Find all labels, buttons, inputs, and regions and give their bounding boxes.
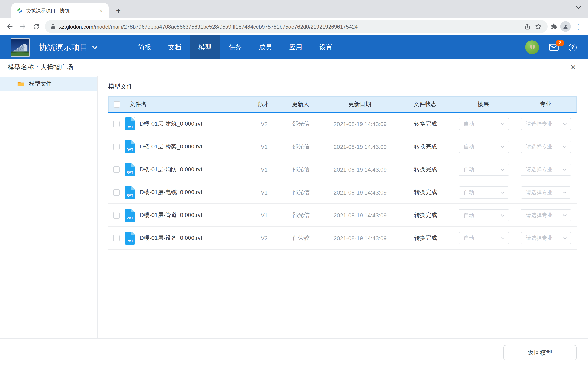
- floor-select[interactable]: 自动: [458, 209, 509, 221]
- close-icon[interactable]: ✕: [566, 63, 580, 72]
- file-name[interactable]: D楼-01层-消防_0.000.rvt: [140, 166, 202, 173]
- rvt-label: RVT: [125, 125, 135, 129]
- row-checkbox[interactable]: [113, 143, 120, 150]
- floor-select[interactable]: 自动: [458, 118, 509, 130]
- tab-close-icon[interactable]: ✕: [98, 7, 104, 14]
- rvt-file-icon: RVT: [125, 117, 135, 130]
- back-button[interactable]: [3, 20, 16, 33]
- unread-badge: 2: [556, 40, 564, 47]
- model-name-value: 大拇指广场: [40, 63, 73, 72]
- help-button[interactable]: ?: [569, 43, 577, 51]
- nav-item-tasks[interactable]: 任务: [220, 35, 250, 59]
- share-icon[interactable]: [524, 23, 531, 30]
- major-select-value: 请选择专业: [526, 166, 553, 173]
- chevron-down-icon: [563, 191, 567, 193]
- rvt-file-icon: RVT: [125, 231, 135, 244]
- project-name: 协筑演示项目: [39, 42, 88, 53]
- file-version: V2: [248, 120, 281, 127]
- file-updater: 邵光信: [281, 189, 321, 196]
- model-name-label: 模型名称：: [8, 63, 40, 72]
- sidebar: 模型文件: [0, 76, 98, 338]
- url-host: xz.glodon.com: [59, 24, 94, 30]
- reload-icon: [33, 23, 39, 30]
- nav-item-members[interactable]: 成员: [250, 35, 281, 59]
- file-name[interactable]: D楼-01层-电缆_0.000.rvt: [140, 189, 202, 196]
- major-select-value: 请选择专业: [526, 234, 553, 242]
- row-checkbox[interactable]: [113, 120, 120, 127]
- model-name-bar: 模型名称： 大拇指广场 ✕: [0, 59, 588, 76]
- folder-icon: [17, 81, 25, 87]
- rvt-file-icon: RVT: [125, 140, 135, 153]
- floor-select[interactable]: 自动: [458, 163, 509, 175]
- file-updater: 邵光信: [281, 166, 321, 173]
- footer-bar: 返回模型: [0, 338, 588, 366]
- project-switcher[interactable]: 协筑演示项目: [39, 42, 98, 53]
- file-name[interactable]: D楼-01层-建筑_0.000.rvt: [140, 120, 202, 127]
- floor-select-value: 自动: [464, 234, 474, 242]
- nav-item-settings[interactable]: 设置: [311, 35, 341, 59]
- file-name[interactable]: D楼-01层-管道_0.000.rvt: [140, 211, 202, 219]
- lock-icon[interactable]: [51, 24, 56, 30]
- major-select-value: 请选择专业: [526, 120, 553, 127]
- file-update-date: 2021-08-19 14:43:09: [321, 143, 399, 150]
- major-select[interactable]: 请选择专业: [521, 232, 571, 244]
- nav-item-apps[interactable]: 应用: [281, 35, 311, 59]
- chevron-down-icon: [501, 123, 504, 125]
- file-version: V2: [248, 235, 281, 241]
- rvt-label: RVT: [125, 216, 135, 220]
- file-update-date: 2021-08-19 14:43:09: [321, 166, 399, 173]
- nav-item-briefing[interactable]: 简报: [130, 35, 160, 59]
- major-select[interactable]: 请选择专业: [521, 186, 571, 198]
- nav-item-model[interactable]: 模型: [190, 35, 220, 59]
- tab-search-chevron-icon[interactable]: [576, 6, 581, 9]
- major-select[interactable]: 请选择专业: [521, 118, 571, 130]
- bookmark-star-icon[interactable]: [535, 23, 542, 30]
- nav-item-documents[interactable]: 文档: [160, 35, 190, 59]
- header-right-cluster: 2 ?: [525, 40, 577, 54]
- row-checkbox[interactable]: [113, 235, 120, 241]
- major-select[interactable]: 请选择专业: [521, 209, 571, 221]
- floor-select[interactable]: 自动: [458, 141, 509, 153]
- major-select[interactable]: 请选择专业: [521, 163, 571, 175]
- row-checkbox[interactable]: [113, 212, 120, 218]
- xiezhu-favicon: [16, 7, 23, 14]
- file-name[interactable]: D楼-01层-桥架_0.000.rvt: [140, 143, 202, 150]
- browser-profile-avatar[interactable]: [560, 21, 571, 32]
- file-update-date: 2021-08-19 14:43:09: [321, 212, 399, 218]
- major-select[interactable]: 请选择专业: [521, 141, 571, 153]
- address-bar[interactable]: xz.glodon.com/model/main/278b7967ebba470…: [45, 20, 548, 33]
- chevron-down-icon: [92, 45, 98, 49]
- major-select-value: 请选择专业: [526, 143, 553, 150]
- table-row: RVTD楼-01层-建筑_0.000.rvt V2 邵光信 2021-08-19…: [108, 113, 577, 135]
- floor-select-value: 自动: [464, 166, 474, 173]
- browser-tab[interactable]: 协筑演示项目 - 协筑 ✕: [11, 3, 109, 18]
- row-checkbox[interactable]: [113, 189, 120, 196]
- user-avatar[interactable]: [525, 40, 539, 54]
- table-header: 文件名 版本 更新人 更新日期 文件状态 楼层 专业: [108, 96, 577, 113]
- return-to-model-button[interactable]: 返回模型: [503, 345, 577, 360]
- file-update-date: 2021-08-19 14:43:09: [321, 189, 399, 196]
- browser-menu-icon[interactable]: ⋮: [573, 23, 585, 30]
- new-tab-button[interactable]: +: [113, 5, 124, 16]
- select-all-checkbox[interactable]: [113, 101, 120, 108]
- row-checkbox[interactable]: [113, 166, 120, 173]
- chevron-down-icon: [501, 237, 504, 239]
- rvt-file-icon: RVT: [125, 186, 135, 199]
- forward-button[interactable]: [16, 20, 29, 33]
- floor-select[interactable]: 自动: [458, 186, 509, 198]
- sidebar-item-model-files[interactable]: 模型文件: [0, 77, 97, 91]
- table-row: RVTD楼-01层-设备_0.000.rvt V2 任荣姣 2021-08-19…: [108, 227, 577, 250]
- column-major: 专业: [515, 100, 576, 108]
- extensions-puzzle-icon[interactable]: [550, 23, 558, 30]
- rvt-file-icon: RVT: [125, 163, 135, 176]
- column-version: 版本: [247, 100, 280, 108]
- floor-select-value: 自动: [464, 143, 474, 150]
- chevron-down-icon: [563, 237, 567, 239]
- file-status: 转换完成: [399, 234, 452, 242]
- reload-button[interactable]: [29, 20, 43, 33]
- column-file-status: 文件状态: [398, 100, 452, 108]
- rvt-file-icon: RVT: [125, 209, 135, 222]
- messages-button[interactable]: 2: [549, 44, 559, 51]
- file-name[interactable]: D楼-01层-设备_0.000.rvt: [140, 234, 202, 242]
- floor-select[interactable]: 自动: [458, 232, 509, 244]
